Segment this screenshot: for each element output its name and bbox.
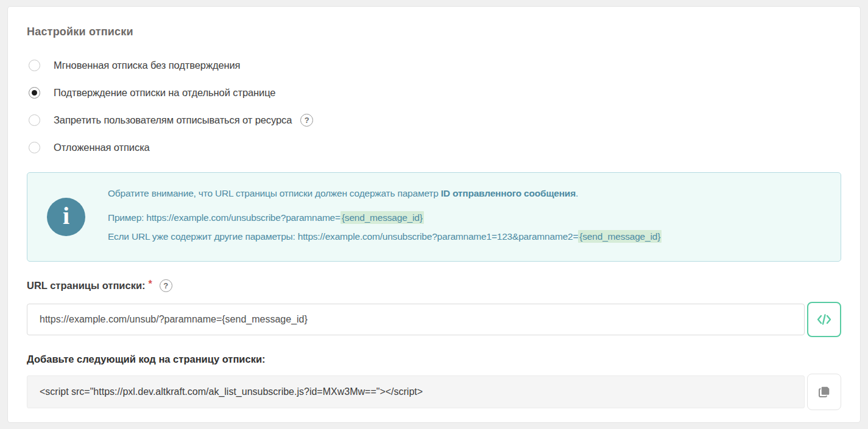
radio-option-label: Отложенная отписка	[54, 142, 150, 153]
radio-button[interactable]	[29, 60, 40, 71]
param-highlight: {send_message_id}	[340, 211, 424, 224]
url-field-label: URL страницы отписки:	[27, 280, 146, 291]
code-snippet-label: Добавьте следующий код на страницу отпис…	[27, 354, 841, 365]
unsubscribe-url-input[interactable]	[27, 304, 805, 335]
copy-icon	[816, 384, 832, 400]
unsubscribe-settings-panel: Настройки отписки Мгновенная отписка без…	[7, 6, 861, 423]
radio-button[interactable]	[29, 87, 40, 99]
help-icon[interactable]: ?	[160, 279, 172, 292]
radio-option-label: Запретить пользователям отписываться от …	[54, 114, 292, 126]
insert-variable-button[interactable]	[807, 302, 841, 337]
page-title: Настройки отписки	[27, 26, 841, 38]
radio-button[interactable]	[29, 142, 40, 153]
radio-option-forbid-unsubscribe[interactable]: Запретить пользователям отписываться от …	[29, 106, 841, 134]
url-field-label-row: URL страницы отписки: * ?	[27, 279, 841, 292]
code-icon	[816, 313, 832, 326]
copy-button[interactable]	[807, 374, 841, 410]
required-asterisk: *	[149, 279, 152, 290]
help-icon[interactable]: ?	[300, 114, 313, 127]
info-line-2: Пример: https://example.com/unsubscribe?…	[108, 208, 662, 227]
info-line-1: Обратите внимание, что URL страницы отпи…	[108, 188, 662, 199]
url-input-row	[27, 302, 841, 337]
radio-option-delayed-unsubscribe[interactable]: Отложенная отписка	[29, 134, 841, 161]
unsubscribe-mode-radio-group: Мгновенная отписка без подтверждения Под…	[29, 52, 841, 161]
code-snippet: <script src="https://pxl.dev.altkraft.co…	[27, 375, 805, 408]
radio-option-confirm-on-page[interactable]: Подтверждение отписки на отдельной стран…	[29, 79, 841, 106]
radio-option-instant-unsubscribe[interactable]: Мгновенная отписка без подтверждения	[29, 52, 841, 79]
info-callout: i Обратите внимание, что URL страницы от…	[27, 172, 841, 262]
code-snippet-row: <script src="https://pxl.dev.altkraft.co…	[27, 374, 841, 410]
info-line-3: Если URL уже содержит другие параметры: …	[108, 227, 662, 246]
radio-button[interactable]	[29, 114, 40, 126]
info-icon: i	[47, 198, 85, 236]
info-callout-text: Обратите внимание, что URL страницы отпи…	[108, 188, 662, 246]
radio-option-label: Подтверждение отписки на отдельной стран…	[54, 87, 275, 99]
param-highlight: {send_message_id}	[578, 230, 662, 243]
radio-option-label: Мгновенная отписка без подтверждения	[54, 60, 240, 71]
